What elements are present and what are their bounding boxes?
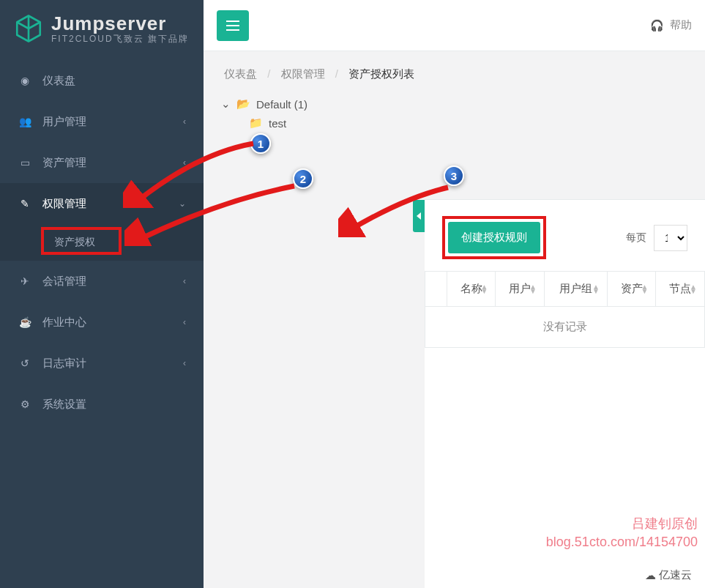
breadcrumb-current: 资产授权列表 — [348, 67, 414, 80]
footer-brand: ☁ 亿速云 — [638, 567, 699, 584]
col-asset[interactable]: 资产▲▼ — [608, 272, 656, 307]
tree-root[interactable]: ⌄ 📂 Default (1) — [218, 94, 690, 113]
nav-perms-sub: 资产授权 — [0, 224, 204, 261]
logo: Jumpserver FIT2CLOUD飞致云 旗下品牌 — [0, 0, 204, 57]
col-checkbox[interactable] — [425, 272, 447, 307]
nav: ◉仪表盘 👥用户管理‹ ▭资产管理‹ ✎权限管理⌄ 资产授权 ✈会话管理‹ ☕作… — [0, 60, 204, 425]
nav-settings[interactable]: ⚙系统设置 — [0, 384, 204, 425]
col-node[interactable]: 节点▲▼ — [656, 272, 705, 307]
sort-icon: ▲▼ — [641, 285, 649, 294]
annotation-badge-1: 1 — [250, 133, 271, 154]
breadcrumb-item[interactable]: 权限管理 — [281, 67, 325, 80]
chevron-left-icon: ‹ — [183, 157, 186, 168]
sort-icon: ▲▼ — [592, 285, 600, 294]
breadcrumb: 仪表盘 / 权限管理 / 资产授权列表 — [204, 51, 705, 89]
toggle-sidebar-button[interactable] — [217, 10, 249, 41]
nav-assets[interactable]: ▭资产管理‹ — [0, 142, 204, 183]
nav-sessions[interactable]: ✈会话管理‹ — [0, 261, 204, 302]
chevron-down-icon: ⌄ — [179, 198, 186, 209]
annotation-box-3: 创建授权规则 — [442, 216, 546, 259]
content: 🎧 帮助 仪表盘 / 权限管理 / 资产授权列表 ⌄ 📂 Default (1)… — [204, 0, 705, 588]
nav-audit[interactable]: ↺日志审计‹ — [0, 343, 204, 384]
rocket-icon: ✈ — [18, 275, 32, 287]
breadcrumb-item[interactable]: 仪表盘 — [224, 67, 257, 80]
table-empty: 没有记录 — [425, 307, 705, 348]
annotation-badge-2: 2 — [293, 168, 313, 189]
support-icon: 🎧 — [650, 19, 664, 32]
rules-table: 名称▲▼ 用户▲▼ 用户组▲▼ 资产▲▼ 节点▲▼ 没有记录 — [425, 271, 705, 348]
chevron-left-icon: ‹ — [183, 358, 186, 368]
annotation-badge-3: 3 — [444, 165, 464, 186]
cloud-icon: ☁ — [645, 569, 656, 582]
panel-toolbar: 创建授权规则 每页 15 — [425, 200, 705, 267]
watermark: 吕建钊原创 blog.51cto.com/14154700 — [546, 515, 698, 551]
cogs-icon: ⚙ — [18, 398, 32, 410]
chevron-left-icon: ‹ — [183, 317, 186, 327]
per-page-select[interactable]: 15 — [654, 225, 687, 251]
nav-dashboard[interactable]: ◉仪表盘 — [0, 60, 204, 101]
caret-down-icon: ⌄ — [221, 97, 231, 111]
inbox-icon: ▭ — [18, 157, 32, 168]
tree-child[interactable]: 📁 test — [218, 113, 690, 133]
sort-icon: ▲▼ — [481, 285, 488, 294]
collapse-tree-handle[interactable] — [413, 200, 425, 232]
chevron-left-icon: ‹ — [183, 116, 186, 127]
dashboard-icon: ◉ — [18, 75, 32, 86]
nav-users[interactable]: 👥用户管理‹ — [0, 101, 204, 142]
history-icon: ↺ — [18, 357, 32, 369]
sidebar: Jumpserver FIT2CLOUD飞致云 旗下品牌 ◉仪表盘 👥用户管理‹… — [0, 0, 204, 588]
asset-tree: ⌄ 📂 Default (1) 📁 test — [204, 89, 705, 138]
logo-icon — [13, 13, 44, 44]
col-usergroup[interactable]: 用户组▲▼ — [544, 272, 607, 307]
nav-jobs[interactable]: ☕作业中心‹ — [0, 302, 204, 343]
chevron-left-icon: ‹ — [183, 276, 186, 286]
brand-name: Jumpserver — [51, 13, 189, 34]
help-link[interactable]: 帮助 — [670, 18, 692, 32]
edit-icon: ✎ — [18, 198, 32, 209]
folder-icon: 📁 — [249, 116, 263, 130]
col-name[interactable]: 名称▲▼ — [447, 272, 496, 307]
nav-perms[interactable]: ✎权限管理⌄ — [0, 183, 204, 224]
nav-sub-asset-auth[interactable]: 资产授权 — [0, 224, 204, 261]
brand-subtitle: FIT2CLOUD飞致云 旗下品牌 — [51, 34, 189, 44]
create-rule-button[interactable]: 创建授权规则 — [448, 222, 540, 253]
topbar: 🎧 帮助 — [204, 0, 705, 51]
folder-open-icon: 📂 — [236, 97, 250, 111]
users-icon: 👥 — [18, 116, 32, 127]
col-user[interactable]: 用户▲▼ — [496, 272, 544, 307]
sort-icon: ▲▼ — [529, 285, 537, 294]
per-page: 每页 15 — [626, 225, 687, 251]
per-page-label: 每页 — [626, 231, 646, 245]
sort-icon: ▲▼ — [690, 285, 697, 294]
coffee-icon: ☕ — [18, 316, 32, 328]
